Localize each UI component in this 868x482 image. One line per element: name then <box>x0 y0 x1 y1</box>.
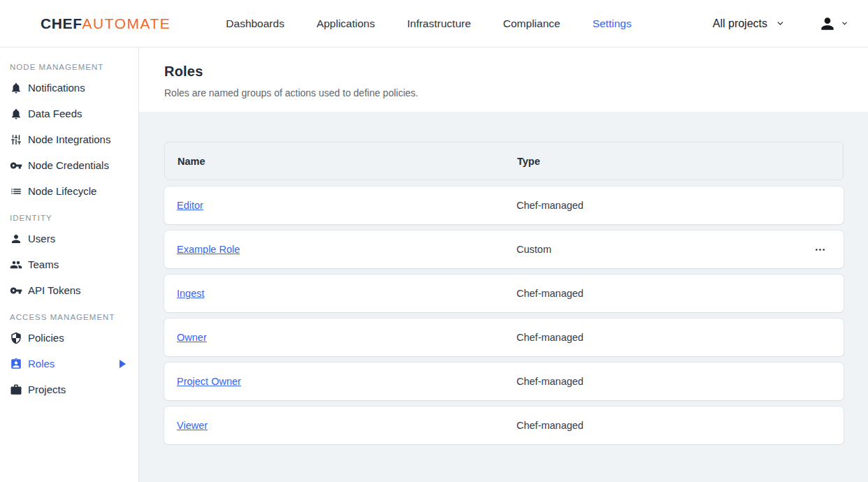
people-icon <box>10 258 22 271</box>
section-title: NODE MANAGEMENT <box>0 54 138 75</box>
sidebar-item-data-feeds[interactable]: Data Feeds <box>0 101 138 126</box>
sidebar-item-label: Users <box>28 233 55 244</box>
sidebar-item-label: Policies <box>28 332 64 344</box>
header-right: All projects <box>713 15 851 33</box>
role-type: Chef-managed <box>516 332 844 343</box>
role-link-ingest[interactable]: Ingest <box>177 288 205 299</box>
chevron-down-icon <box>776 19 785 28</box>
nav-infrastructure[interactable]: Infrastructure <box>407 17 470 30</box>
column-header-name: Name <box>165 156 517 167</box>
sidebar-item-roles[interactable]: Roles <box>0 351 138 377</box>
main-content: Roles Roles are named groups of actions … <box>139 48 868 482</box>
sidebar-item-users[interactable]: Users <box>0 226 138 251</box>
ellipsis-icon <box>813 243 827 256</box>
table-row: Ingest Chef-managed <box>164 275 844 312</box>
nav-dashboards[interactable]: Dashboards <box>226 17 284 30</box>
chef-automate-logo[interactable]: CHEFAUTOMATE <box>41 15 171 32</box>
sidebar-item-label: Projects <box>28 384 66 395</box>
sidebar-item-teams[interactable]: Teams <box>0 251 138 277</box>
person-icon <box>10 233 22 245</box>
settings-sidebar: NODE MANAGEMENT Notifications Data Feeds… <box>0 48 139 482</box>
sidebar-item-projects[interactable]: Projects <box>0 377 138 402</box>
sidebar-item-policies[interactable]: Policies <box>0 325 138 351</box>
sidebar-item-api-tokens[interactable]: API Tokens <box>0 277 138 303</box>
logo-chef-text: CHEF <box>41 15 82 32</box>
role-link-project-owner[interactable]: Project Owner <box>177 376 241 387</box>
sidebar-item-label: Node Integrations <box>28 133 110 145</box>
badge-icon <box>10 358 22 370</box>
role-link-editor[interactable]: Editor <box>177 200 203 211</box>
bell-icon <box>10 108 22 120</box>
role-type: Chef-managed <box>516 200 844 211</box>
projects-dropdown-label: All projects <box>713 17 767 30</box>
sidebar-item-node-credentials[interactable]: Node Credentials <box>0 152 138 178</box>
sidebar-item-label: Node Credentials <box>28 159 109 171</box>
role-type: Chef-managed <box>516 376 844 387</box>
briefcase-icon <box>10 384 22 396</box>
more-options-button[interactable] <box>809 239 831 261</box>
nav-settings[interactable]: Settings <box>593 17 632 30</box>
sliders-icon <box>10 133 22 146</box>
table-row: Project Owner Chef-managed <box>164 363 844 400</box>
table-row: Example Role Custom <box>164 231 844 268</box>
nav-applications[interactable]: Applications <box>317 17 375 30</box>
sidebar-item-node-integrations[interactable]: Node Integrations <box>0 126 138 152</box>
role-type: Chef-managed <box>516 420 844 431</box>
role-link-viewer[interactable]: Viewer <box>177 420 208 431</box>
chevron-down-icon <box>841 20 848 27</box>
shield-icon <box>10 332 22 344</box>
nav-compliance[interactable]: Compliance <box>503 17 560 30</box>
sidebar-item-label: Data Feeds <box>28 108 82 119</box>
role-link-owner[interactable]: Owner <box>177 332 207 343</box>
sidebar-item-label: Teams <box>28 258 59 270</box>
section-title: IDENTITY <box>0 204 138 226</box>
sidebar-item-notifications[interactable]: Notifications <box>0 75 138 101</box>
sidebar-item-label: Node Lifecycle <box>28 185 96 197</box>
user-menu[interactable] <box>818 15 851 33</box>
table-row: Owner Chef-managed <box>164 319 844 356</box>
sidebar-item-label: API Tokens <box>28 284 81 296</box>
person-icon <box>818 15 837 33</box>
sidebar-section-access-management: ACCESS MANAGEMENT Policies Roles Project… <box>0 303 138 402</box>
bell-icon <box>10 82 22 94</box>
table-row: Editor Chef-managed <box>164 187 844 224</box>
table-header-row: Name Type <box>164 142 844 180</box>
role-link-example-role[interactable]: Example Role <box>177 244 240 255</box>
top-header: CHEFAUTOMATE Dashboards Applications Inf… <box>0 0 868 48</box>
page-title: Roles <box>164 64 844 80</box>
page-description: Roles are named groups of actions used t… <box>164 87 844 98</box>
section-title: ACCESS MANAGEMENT <box>0 303 138 325</box>
column-header-type: Type <box>517 156 843 167</box>
key-icon <box>10 159 22 172</box>
sidebar-section-identity: IDENTITY Users Teams API Tokens <box>0 204 138 303</box>
role-type: Custom <box>516 244 809 255</box>
main-nav: Dashboards Applications Infrastructure C… <box>226 17 663 30</box>
logo-automate-text: AUTOMATE <box>82 15 171 32</box>
sidebar-item-label: Roles <box>28 358 55 370</box>
page-header: Roles Roles are named groups of actions … <box>139 48 868 112</box>
list-icon <box>10 185 22 198</box>
role-type: Chef-managed <box>516 288 844 299</box>
sidebar-section-node-management: NODE MANAGEMENT Notifications Data Feeds… <box>0 54 138 204</box>
active-item-arrow-icon <box>120 360 131 368</box>
key-icon <box>10 284 22 297</box>
sidebar-item-label: Notifications <box>28 82 85 94</box>
table-row: Viewer Chef-managed <box>164 407 844 444</box>
roles-panel: Name Type Editor Chef-managed Example Ro… <box>139 112 868 482</box>
projects-dropdown[interactable]: All projects <box>713 17 785 30</box>
sidebar-item-node-lifecycle[interactable]: Node Lifecycle <box>0 178 138 204</box>
